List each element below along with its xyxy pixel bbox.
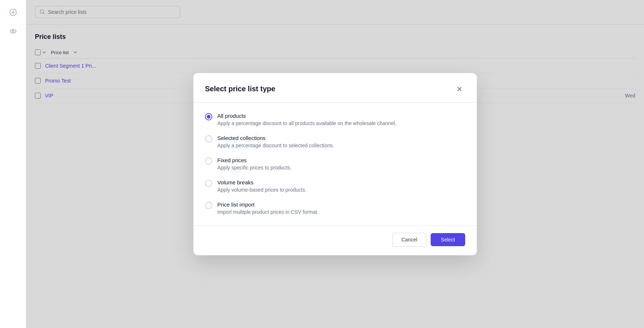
option-fixed-prices-desc: Apply specific prices to products. <box>217 165 291 171</box>
svg-point-1 <box>10 29 16 33</box>
option-all-products[interactable]: All products Apply a percentage discount… <box>205 113 465 126</box>
radio-price-list-import[interactable] <box>205 202 212 209</box>
option-fixed-prices-label: Fixed prices Apply specific prices to pr… <box>217 157 291 171</box>
radio-volume-breaks[interactable] <box>205 180 212 187</box>
option-price-list-import[interactable]: Price list import Import multiple produc… <box>205 201 465 215</box>
dialog: Select price list type ✕ All products Ap… <box>193 73 477 255</box>
option-volume-breaks[interactable]: Volume breaks Apply volume-based prices … <box>205 179 465 193</box>
option-price-list-import-title: Price list import <box>217 201 319 208</box>
add-icon[interactable] <box>7 6 20 19</box>
option-all-products-desc: Apply a percentage discount to all produ… <box>217 120 397 126</box>
main-content: Price lists Price list <box>26 0 644 328</box>
eye-icon[interactable] <box>7 25 20 38</box>
select-button[interactable]: Select <box>431 233 465 246</box>
radio-all-products[interactable] <box>205 113 212 120</box>
cancel-button[interactable]: Cancel <box>392 233 426 247</box>
close-button[interactable]: ✕ <box>454 83 465 95</box>
option-selected-collections[interactable]: Selected collections Apply a percentage … <box>205 135 465 148</box>
dialog-title: Select price list type <box>205 85 275 93</box>
radio-fixed-prices[interactable] <box>205 157 212 165</box>
option-volume-breaks-desc: Apply volume-based prices to products. <box>217 187 306 193</box>
dialog-header: Select price list type ✕ <box>193 73 477 103</box>
dialog-overlay: Select price list type ✕ All products Ap… <box>26 0 644 328</box>
option-fixed-prices[interactable]: Fixed prices Apply specific prices to pr… <box>205 157 465 171</box>
option-all-products-label: All products Apply a percentage discount… <box>217 113 397 126</box>
option-selected-collections-title: Selected collections <box>217 135 334 141</box>
sidebar <box>0 0 26 328</box>
option-volume-breaks-title: Volume breaks <box>217 179 306 185</box>
option-price-list-import-label: Price list import Import multiple produc… <box>217 201 319 215</box>
option-price-list-import-desc: Import multiple product prices in CSV fo… <box>217 209 319 215</box>
radio-selected-collections[interactable] <box>205 135 212 143</box>
option-selected-collections-label: Selected collections Apply a percentage … <box>217 135 334 148</box>
option-volume-breaks-label: Volume breaks Apply volume-based prices … <box>217 179 306 193</box>
option-fixed-prices-title: Fixed prices <box>217 157 291 163</box>
dialog-body: All products Apply a percentage discount… <box>193 103 477 225</box>
option-selected-collections-desc: Apply a percentage discount to selected … <box>217 143 334 148</box>
svg-point-2 <box>12 31 14 32</box>
background-page: Price lists Price list <box>0 0 644 328</box>
option-all-products-title: All products <box>217 113 397 119</box>
dialog-footer: Cancel Select <box>193 225 477 255</box>
